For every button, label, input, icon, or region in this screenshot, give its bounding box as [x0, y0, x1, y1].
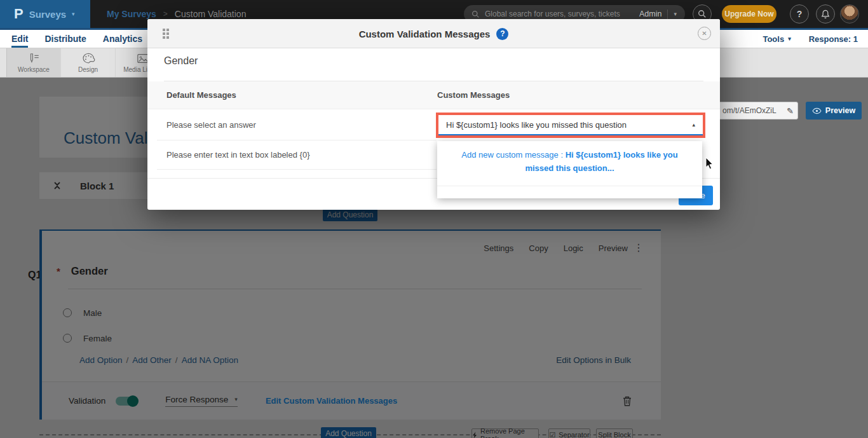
response-count[interactable]: Response: 1	[809, 34, 858, 44]
product-switcher[interactable]: P Surveys ▾	[0, 0, 90, 28]
breadcrumb-current: Custom Validation	[175, 9, 247, 19]
tools-label: Tools	[763, 34, 784, 44]
search-scope-selector[interactable]: Admin	[639, 10, 661, 18]
chevron-down-icon: ▾	[788, 36, 791, 42]
product-label: Surveys	[29, 9, 66, 20]
app-logo: P	[14, 7, 24, 21]
tab-edit[interactable]: Edit	[11, 30, 28, 48]
modal-close-icon[interactable]: ✕	[698, 27, 711, 40]
breadcrumb-parent-link[interactable]: My Surveys	[107, 9, 156, 19]
preview-label: Preview	[825, 106, 855, 115]
dropdown-divider	[437, 186, 702, 186]
workspace-icon	[27, 52, 41, 65]
modal-title-wrap: Custom Validation Messages ?	[147, 19, 720, 48]
chevron-up-icon: ▴	[692, 122, 695, 128]
preview-button[interactable]: Preview	[806, 102, 862, 120]
custom-message-select-inner: Hi ${custom1} looks like you missed this…	[438, 115, 703, 135]
row-divider	[157, 169, 437, 170]
tile-label: Design	[78, 66, 98, 73]
add-new-custom-message-option[interactable]: Add new custom message : Hi ${custom1} l…	[437, 141, 702, 175]
default-message-row-1: Please select an answer	[166, 109, 256, 140]
eye-icon	[812, 107, 822, 114]
upgrade-now-button[interactable]: Upgrade Now	[722, 5, 776, 23]
modal-column-header-row: Default Messages Custom Messages	[147, 81, 720, 109]
search-icon	[471, 10, 480, 18]
scope-chevron-down-icon[interactable]: ▾	[674, 11, 677, 17]
tab-distribute[interactable]: Distribute	[44, 30, 86, 48]
tabbar-right: Tools ▾ Response: 1	[763, 30, 868, 48]
modal-header: Custom Validation Messages ? ✕	[147, 19, 720, 48]
user-avatar[interactable]	[840, 4, 859, 24]
column-custom-messages: Custom Messages	[437, 81, 510, 109]
survey-url-input[interactable]	[717, 106, 787, 115]
app-root: P Surveys ▾ My Surveys > Custom Validati…	[0, 0, 868, 438]
tools-menu[interactable]: Tools ▾	[763, 34, 790, 44]
default-message-row-2: Please enter text in text box labeled {0…	[166, 140, 310, 169]
custom-validation-modal: Custom Validation Messages ? ✕ Gender De…	[147, 19, 720, 210]
custom-message-select-value: Hi ${custom1} looks like you missed this…	[446, 120, 627, 130]
tile-label: Workspace	[18, 66, 50, 73]
search-input[interactable]	[485, 10, 639, 18]
edit-url-pencil-icon[interactable]: ✎	[787, 106, 797, 116]
modal-help-icon[interactable]: ?	[496, 28, 508, 40]
modal-question-title: Gender	[164, 55, 198, 67]
scope-divider	[667, 10, 668, 19]
bell-icon	[821, 10, 830, 19]
survey-url-field: ✎	[717, 102, 798, 120]
breadcrumb-separator: >	[163, 10, 168, 18]
toolbar-tiles: Workspace Design Media Library	[6, 48, 170, 77]
search-icon	[698, 10, 707, 18]
tile-design[interactable]: Design	[61, 48, 116, 77]
custom-message-select[interactable]: Hi ${custom1} looks like you missed this…	[436, 113, 705, 138]
notifications-button[interactable]	[816, 4, 835, 24]
custom-message-dropdown: Add new custom message : Hi ${custom1} l…	[437, 141, 702, 198]
column-default-messages: Default Messages	[166, 81, 236, 109]
tabs: Edit Distribute Analytics	[0, 30, 142, 48]
dropdown-option-prefix: Add new custom message :	[461, 150, 565, 160]
question-mark-icon: ?	[797, 9, 803, 19]
design-palette-icon	[81, 52, 95, 65]
modal-title: Custom Validation Messages	[359, 29, 491, 39]
chevron-down-icon: ▾	[72, 11, 75, 17]
help-button[interactable]: ?	[790, 4, 809, 24]
tab-analytics[interactable]: Analytics	[103, 30, 142, 48]
tile-workspace[interactable]: Workspace	[6, 48, 61, 77]
